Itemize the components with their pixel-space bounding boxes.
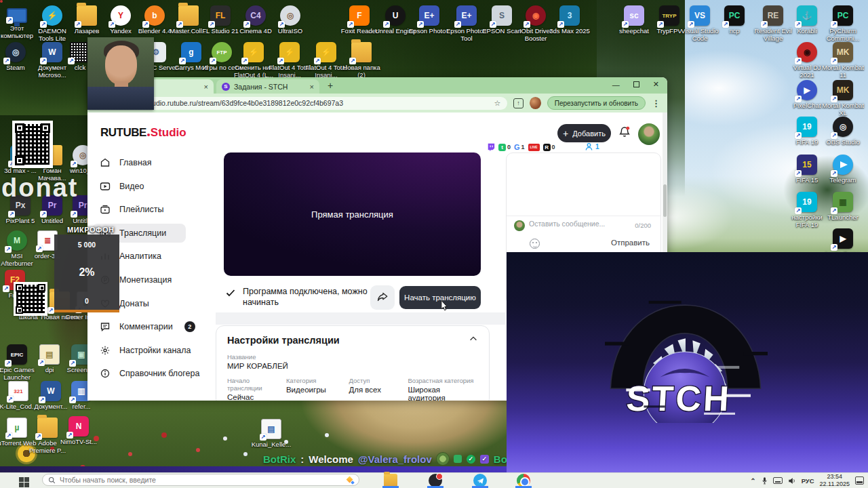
desktop-icon[interactable]: PC↗PyCharm Communi... [821,5,865,42]
extension-icon[interactable]: ↑ [513,98,523,108]
mic-meter-percent: 2% [54,266,119,279]
shortcut-arrow-icon: ↗ [68,58,75,64]
close-icon[interactable]: ✕ [653,80,659,89]
desktop-icon[interactable]: ◎↗UltraISO [269,5,312,35]
volume-icon[interactable] [788,477,796,485]
browser-profile-avatar[interactable] [530,97,541,109]
settings-field[interactable]: Возрастная категорияШирокая аудитория [408,377,478,401]
emoji-smiley-icon[interactable] [530,239,540,249]
chat-send-button[interactable]: Отправить [611,239,650,247]
telegram-icon[interactable] [473,474,487,487]
stream-name-field[interactable]: Название МИР КОРАБЛЕЙ [227,353,478,370]
taskbar-app-dark-icon[interactable] [429,474,442,487]
logo-rutube: RUTUBE [100,126,146,140]
stream-counters-overlay: t0G1LIVER0 [487,143,555,151]
app-icon: 321↗ [8,381,28,401]
donat-overlay-text: donat [1,174,78,203]
shortcut-arrow-icon: ↗ [66,432,73,439]
chevron-up-icon[interactable] [469,334,478,346]
window-controls: — ✕ [612,80,659,89]
app-icon: E+↗ [456,5,477,26]
language-indicator[interactable]: РУС [802,477,814,485]
sidebar-item-8[interactable]: Комментарии2 [92,317,212,336]
taskbar-search[interactable] [42,474,359,486]
app-icon: ⚡↗ [42,5,62,26]
tab-zadaniya-stch[interactable]: S Задания - STCH × [216,79,319,94]
shortcut-arrow-icon: ↗ [831,244,837,251]
desktop-icon[interactable]: ↗Telegram [821,155,865,184]
file-explorer-icon[interactable] [384,474,397,487]
settings-field[interactable]: КатегорияВидеоигры [286,377,349,401]
taskbar-clock[interactable]: 23:54 22.11.2025 [820,473,850,488]
icon-label: OBS Studio [821,139,865,146]
app-icon: ↗ [37,418,58,438]
add-button[interactable]: + Добавить [557,124,611,142]
sidebar-item-10[interactable]: Справочник блогера [92,364,212,383]
bookmark-star-icon[interactable]: ☆ [494,99,500,108]
app-icon: ↗ [7,8,27,23]
tab-close-icon[interactable]: × [204,83,208,91]
sidebar-item-2[interactable]: Видео [92,177,212,196]
browser-toolbar: ← → ↻ studio.rutube.ru/stream/63d9fce4b0… [87,94,667,113]
restart-update-button[interactable]: Перезапустить и обновить [547,96,646,110]
desktop-icon[interactable]: ↗Новая папка (2) [340,42,383,79]
scrollbar-thumb[interactable] [663,184,667,217]
start-button[interactable] [19,477,29,487]
shortcut-arrow-icon: ↗ [277,58,284,64]
rutube-studio-logo[interactable]: RUTUBE Studio [100,126,186,140]
desktop-icon[interactable]: N↗NimoTV-St... [57,416,100,446]
desktop-icon[interactable]: ◎↗OBS Studio [821,117,865,146]
settings-field[interactable]: Начало трансляцииСейчас [227,377,286,401]
shortcut-arrow-icon: ↗ [490,21,496,28]
sidebar-item-label: Настройки канала [119,346,191,355]
sidebar-item-3[interactable]: Плейлисты [92,200,212,219]
search-input[interactable] [60,476,342,484]
share-button[interactable] [370,285,395,310]
viewer-icon [585,142,593,151]
qr-code-large [12,121,53,168]
new-tab-button[interactable]: + [328,80,333,91]
app-icon: S↗ [492,5,512,26]
screen: ↗Этот компьютер⚡↗DAEMON Tools Lite↗Лазар… [0,0,868,488]
shortcut-arrow-icon: ↗ [795,21,802,28]
live-counter-chip: LIVE [528,144,540,151]
settings-fields-row: Начало трансляцииСейчасКатегорияВидеоигр… [227,377,478,401]
desktop-icon[interactable]: MK↗Mortal Kombat XL [821,80,865,117]
app-icon: ▶↗ [833,228,853,249]
browser-menu-icon[interactable]: ⋮ [652,98,660,108]
desktop-icon[interactable]: 3↗3ds Max 2025 [548,5,591,35]
app-icon: ▦↗ [833,192,853,212]
app-icon: ⚡↗ [279,42,300,62]
sidebar-item-9[interactable]: Настройки канала [92,341,212,360]
desktop-icon[interactable]: ▤↗Kunai_Kelle... [250,419,293,449]
tab-close-icon[interactable]: × [310,83,314,91]
desktop-icon[interactable]: MK↗Mortal Kombat 11 [821,42,865,79]
shortcut-arrow-icon: ↗ [831,58,837,64]
sidebar-item-1[interactable]: Главная [92,153,212,172]
sidebar-item-label: Аналитика [119,251,161,261]
address-bar[interactable]: studio.rutube.ru/stream/63d9fce4b0e31898… [140,97,507,110]
icon-label: Mortal Kombat XL [821,102,865,117]
notification-center-icon[interactable] [855,476,864,485]
chat-char-counter: 0/200 [635,222,651,229]
settings-field[interactable]: ДоступДля всех [349,377,408,401]
desktop-icon[interactable]: PC↗пср [713,5,756,35]
microphone-icon[interactable] [762,476,768,485]
icon-label: PyCharm Communi... [821,28,865,42]
shortcut-arrow-icon: ↗ [795,58,802,64]
check-icon [225,287,236,301]
notifications-bell-icon[interactable] [618,125,631,142]
icon-label: Mortal Kombat 11 [821,64,865,79]
maximize-icon[interactable] [633,81,639,87]
desktop-icon[interactable]: ▦↗TLauncher [821,192,865,222]
stream-preview-player: Прямая трансляция [224,152,481,276]
bot-name: BotRix [263,453,296,465]
shortcut-arrow-icon: ↗ [241,58,248,64]
tray-expand-icon[interactable]: ⌃ [750,477,755,485]
chat-message-input[interactable] [529,220,617,228]
chrome-icon[interactable] [517,474,530,487]
keyboard-layout-icon[interactable] [773,477,783,484]
shortcut-arrow-icon: ↗ [831,132,837,139]
minimize-icon[interactable]: — [612,81,620,89]
channel-avatar[interactable] [638,123,660,145]
